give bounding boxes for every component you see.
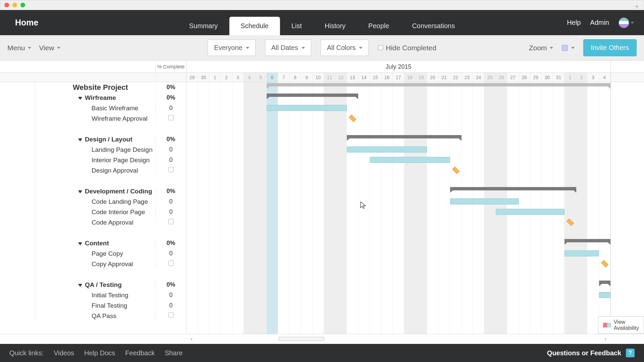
- home-link[interactable]: Home: [15, 18, 38, 27]
- task-name[interactable]: Landing Page Design: [35, 146, 155, 154]
- menu-dropdown[interactable]: Menu: [7, 44, 31, 52]
- tab-summary[interactable]: Summary: [178, 17, 229, 35]
- tab-list[interactable]: List: [280, 17, 313, 35]
- chevron-down-icon: [631, 22, 634, 24]
- window-minimize-icon[interactable]: [12, 3, 17, 7]
- footer-link-share[interactable]: Share: [165, 349, 182, 357]
- pct-complete-cell: 0%: [155, 188, 186, 195]
- questions-feedback-link[interactable]: Questions or Feedback: [547, 349, 621, 357]
- milestone-checkbox[interactable]: [168, 260, 174, 266]
- group-name[interactable]: Design / Layout: [85, 136, 132, 143]
- pct-complete-cell: 0%: [155, 84, 186, 91]
- task-name[interactable]: Design Approval: [35, 167, 155, 174]
- task-name[interactable]: Interior Page Design: [35, 157, 155, 164]
- task-name[interactable]: Page Copy: [35, 250, 155, 257]
- user-menu[interactable]: [619, 17, 634, 28]
- tab-schedule[interactable]: Schedule: [229, 17, 280, 35]
- disclosure-triangle-icon[interactable]: [78, 97, 82, 100]
- task-bar[interactable]: [496, 209, 565, 215]
- day-header-cell: 28: [519, 73, 530, 82]
- group-name[interactable]: QA / Testing: [85, 281, 122, 288]
- chevron-down-icon: [246, 47, 249, 49]
- group-name[interactable]: Development / Coding: [85, 188, 152, 195]
- summary-bar[interactable]: [565, 239, 610, 242]
- summary-bar[interactable]: [347, 135, 462, 138]
- summary-bar[interactable]: [267, 83, 610, 86]
- chart-color-dropdown[interactable]: [562, 45, 575, 51]
- task-bar[interactable]: [565, 250, 599, 256]
- view-availability-button[interactable]: View Availability: [598, 316, 644, 334]
- day-header-cell: 16: [381, 73, 393, 82]
- milestone-checkbox[interactable]: [168, 115, 174, 120]
- scroll-left-icon[interactable]: ‹: [186, 336, 197, 343]
- zoom-dropdown[interactable]: Zoom: [529, 44, 553, 52]
- day-header-cell: 19: [416, 73, 427, 82]
- task-name[interactable]: Code Approval: [35, 219, 155, 226]
- pct-complete-cell: [155, 115, 186, 122]
- filter-people-dropdown[interactable]: Everyone: [208, 40, 256, 56]
- milestone-diamond-icon[interactable]: [567, 219, 574, 226]
- summary-bar[interactable]: [450, 187, 576, 190]
- task-name[interactable]: Copy Approval: [35, 260, 155, 268]
- invite-others-button[interactable]: Invite Others: [583, 39, 637, 56]
- hide-completed-checkbox[interactable]: Hide Completed: [378, 40, 436, 56]
- task-name[interactable]: QA Pass: [35, 312, 155, 320]
- milestone-checkbox[interactable]: [168, 312, 174, 318]
- day-header-cell: 17: [393, 73, 404, 82]
- milestone-diamond-icon[interactable]: [452, 167, 460, 174]
- milestone-diamond-icon[interactable]: [601, 260, 609, 268]
- summary-bar[interactable]: [267, 94, 358, 97]
- disclosure-triangle-icon[interactable]: [78, 242, 82, 245]
- group-name[interactable]: Content: [85, 240, 109, 247]
- day-header-cell: 2: [576, 73, 587, 82]
- task-name[interactable]: Code Landing Page: [35, 198, 155, 205]
- project-name[interactable]: Website Project: [73, 83, 128, 92]
- tab-history[interactable]: History: [313, 17, 357, 35]
- disclosure-triangle-icon[interactable]: [78, 284, 82, 287]
- scrollbar-thumb[interactable]: [279, 337, 324, 341]
- day-header-cell: 26: [496, 73, 507, 82]
- task-bar[interactable]: [267, 105, 347, 111]
- task-bar[interactable]: [370, 157, 450, 163]
- task-name[interactable]: Basic Wireframe: [35, 105, 155, 112]
- task-bar[interactable]: [599, 292, 610, 298]
- view-dropdown[interactable]: View: [39, 44, 60, 52]
- group-name[interactable]: Wirfreame: [85, 94, 116, 101]
- day-header-cell: 22: [450, 73, 462, 82]
- milestone-checkbox[interactable]: [168, 219, 174, 224]
- toolbar: Menu View Everyone All Dates All Colors …: [0, 35, 644, 61]
- task-bar[interactable]: [450, 198, 519, 204]
- scroll-right-icon[interactable]: ›: [600, 336, 610, 343]
- day-header-cell: 14: [358, 73, 370, 82]
- tab-conversations[interactable]: Conversations: [400, 17, 466, 35]
- filter-dates-dropdown[interactable]: All Dates: [265, 40, 311, 56]
- gantt-horizontal-scrollbar[interactable]: ‹ ›: [0, 334, 644, 344]
- task-name[interactable]: Code Interior Page: [35, 208, 155, 216]
- milestone-checkbox[interactable]: [168, 167, 174, 172]
- help-link[interactable]: Help: [567, 19, 581, 26]
- admin-link[interactable]: Admin: [590, 19, 609, 26]
- day-header-cell: 10: [313, 73, 324, 82]
- disclosure-triangle-icon[interactable]: [78, 190, 82, 193]
- tab-people[interactable]: People: [357, 17, 400, 35]
- day-header-cell: 1: [209, 73, 221, 82]
- milestone-diamond-icon[interactable]: [349, 115, 357, 122]
- task-name[interactable]: Initial Testing: [35, 292, 155, 299]
- pct-complete-cell: [155, 167, 186, 174]
- day-header-cell: 29: [186, 73, 198, 82]
- day-header-cell: 24: [473, 73, 484, 82]
- task-name[interactable]: Final Testing: [35, 302, 155, 309]
- filter-colors-dropdown[interactable]: All Colors: [321, 40, 369, 56]
- day-header-cell: 4: [244, 73, 255, 82]
- task-bar[interactable]: [347, 146, 427, 153]
- disclosure-triangle-icon[interactable]: [78, 138, 82, 141]
- window-zoom-icon[interactable]: [20, 3, 25, 7]
- footer-link-help-docs[interactable]: Help Docs: [84, 349, 115, 357]
- footer-link-feedback[interactable]: Feedback: [125, 349, 155, 357]
- summary-bar[interactable]: [599, 281, 610, 284]
- footer-link-videos[interactable]: Videos: [54, 349, 74, 357]
- task-name[interactable]: Wireframe Approval: [35, 115, 155, 122]
- help-icon[interactable]: ?: [626, 349, 635, 357]
- pct-complete-cell: 0: [155, 250, 186, 257]
- window-close-icon[interactable]: [4, 3, 9, 7]
